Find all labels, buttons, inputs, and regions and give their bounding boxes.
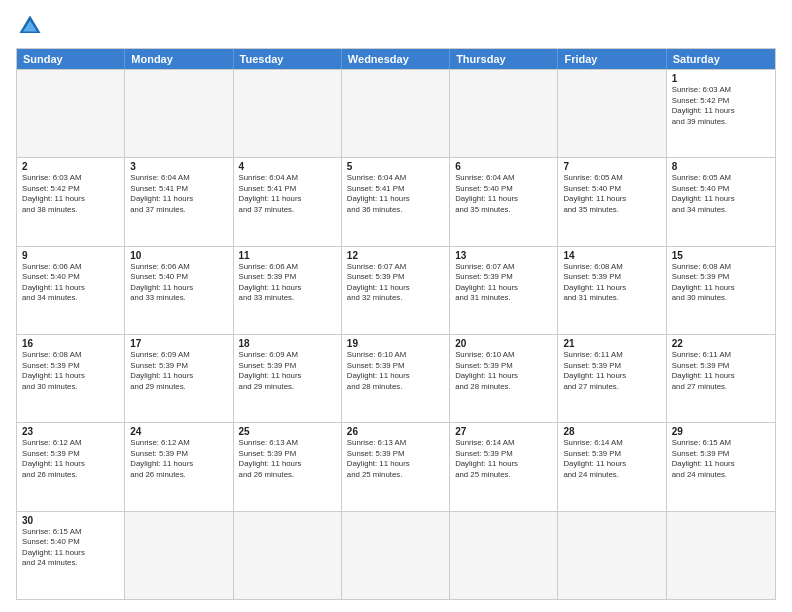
day-info: Sunrise: 6:08 AM Sunset: 5:39 PM Dayligh…	[22, 350, 119, 392]
day-number: 18	[239, 338, 336, 349]
calendar-day-header: Monday	[125, 49, 233, 69]
calendar-cell: 30Sunrise: 6:15 AM Sunset: 5:40 PM Dayli…	[17, 512, 125, 599]
calendar-cell: 18Sunrise: 6:09 AM Sunset: 5:39 PM Dayli…	[234, 335, 342, 422]
calendar-cell: 9Sunrise: 6:06 AM Sunset: 5:40 PM Daylig…	[17, 247, 125, 334]
day-info: Sunrise: 6:05 AM Sunset: 5:40 PM Dayligh…	[672, 173, 770, 215]
day-number: 5	[347, 161, 444, 172]
day-number: 21	[563, 338, 660, 349]
day-number: 14	[563, 250, 660, 261]
calendar-body: 1Sunrise: 6:03 AM Sunset: 5:42 PM Daylig…	[17, 69, 775, 599]
day-info: Sunrise: 6:04 AM Sunset: 5:41 PM Dayligh…	[347, 173, 444, 215]
day-number: 7	[563, 161, 660, 172]
calendar-cell: 2Sunrise: 6:03 AM Sunset: 5:42 PM Daylig…	[17, 158, 125, 245]
calendar-cell: 15Sunrise: 6:08 AM Sunset: 5:39 PM Dayli…	[667, 247, 775, 334]
calendar-cell	[558, 512, 666, 599]
calendar-cell	[450, 70, 558, 157]
day-info: Sunrise: 6:12 AM Sunset: 5:39 PM Dayligh…	[130, 438, 227, 480]
day-info: Sunrise: 6:07 AM Sunset: 5:39 PM Dayligh…	[347, 262, 444, 304]
day-number: 12	[347, 250, 444, 261]
logo-icon	[16, 12, 44, 40]
day-number: 2	[22, 161, 119, 172]
calendar-week-row: 1Sunrise: 6:03 AM Sunset: 5:42 PM Daylig…	[17, 69, 775, 157]
calendar-cell: 5Sunrise: 6:04 AM Sunset: 5:41 PM Daylig…	[342, 158, 450, 245]
calendar-day-header: Thursday	[450, 49, 558, 69]
calendar-cell: 16Sunrise: 6:08 AM Sunset: 5:39 PM Dayli…	[17, 335, 125, 422]
calendar-cell: 3Sunrise: 6:04 AM Sunset: 5:41 PM Daylig…	[125, 158, 233, 245]
calendar-header: SundayMondayTuesdayWednesdayThursdayFrid…	[17, 49, 775, 69]
calendar-cell: 4Sunrise: 6:04 AM Sunset: 5:41 PM Daylig…	[234, 158, 342, 245]
day-info: Sunrise: 6:10 AM Sunset: 5:39 PM Dayligh…	[347, 350, 444, 392]
calendar-week-row: 16Sunrise: 6:08 AM Sunset: 5:39 PM Dayli…	[17, 334, 775, 422]
calendar-week-row: 9Sunrise: 6:06 AM Sunset: 5:40 PM Daylig…	[17, 246, 775, 334]
calendar-cell	[558, 70, 666, 157]
day-number: 29	[672, 426, 770, 437]
day-number: 11	[239, 250, 336, 261]
day-number: 4	[239, 161, 336, 172]
calendar-cell	[125, 512, 233, 599]
day-number: 17	[130, 338, 227, 349]
day-number: 25	[239, 426, 336, 437]
day-number: 22	[672, 338, 770, 349]
page: SundayMondayTuesdayWednesdayThursdayFrid…	[0, 0, 792, 612]
day-info: Sunrise: 6:03 AM Sunset: 5:42 PM Dayligh…	[672, 85, 770, 127]
calendar-cell	[342, 512, 450, 599]
calendar-cell: 26Sunrise: 6:13 AM Sunset: 5:39 PM Dayli…	[342, 423, 450, 510]
day-number: 16	[22, 338, 119, 349]
calendar-cell: 12Sunrise: 6:07 AM Sunset: 5:39 PM Dayli…	[342, 247, 450, 334]
day-info: Sunrise: 6:05 AM Sunset: 5:40 PM Dayligh…	[563, 173, 660, 215]
day-info: Sunrise: 6:04 AM Sunset: 5:40 PM Dayligh…	[455, 173, 552, 215]
day-info: Sunrise: 6:15 AM Sunset: 5:39 PM Dayligh…	[672, 438, 770, 480]
calendar-day-header: Friday	[558, 49, 666, 69]
calendar-cell: 20Sunrise: 6:10 AM Sunset: 5:39 PM Dayli…	[450, 335, 558, 422]
calendar-day-header: Wednesday	[342, 49, 450, 69]
day-info: Sunrise: 6:13 AM Sunset: 5:39 PM Dayligh…	[347, 438, 444, 480]
calendar-cell: 8Sunrise: 6:05 AM Sunset: 5:40 PM Daylig…	[667, 158, 775, 245]
day-number: 1	[672, 73, 770, 84]
calendar-day-header: Saturday	[667, 49, 775, 69]
day-info: Sunrise: 6:12 AM Sunset: 5:39 PM Dayligh…	[22, 438, 119, 480]
day-number: 30	[22, 515, 119, 526]
day-info: Sunrise: 6:11 AM Sunset: 5:39 PM Dayligh…	[672, 350, 770, 392]
day-info: Sunrise: 6:14 AM Sunset: 5:39 PM Dayligh…	[455, 438, 552, 480]
calendar: SundayMondayTuesdayWednesdayThursdayFrid…	[16, 48, 776, 600]
calendar-cell: 25Sunrise: 6:13 AM Sunset: 5:39 PM Dayli…	[234, 423, 342, 510]
calendar-cell	[667, 512, 775, 599]
calendar-cell: 27Sunrise: 6:14 AM Sunset: 5:39 PM Dayli…	[450, 423, 558, 510]
day-number: 13	[455, 250, 552, 261]
calendar-cell: 10Sunrise: 6:06 AM Sunset: 5:40 PM Dayli…	[125, 247, 233, 334]
calendar-cell	[125, 70, 233, 157]
calendar-cell: 23Sunrise: 6:12 AM Sunset: 5:39 PM Dayli…	[17, 423, 125, 510]
day-info: Sunrise: 6:06 AM Sunset: 5:40 PM Dayligh…	[130, 262, 227, 304]
calendar-cell	[450, 512, 558, 599]
day-info: Sunrise: 6:06 AM Sunset: 5:39 PM Dayligh…	[239, 262, 336, 304]
calendar-cell: 11Sunrise: 6:06 AM Sunset: 5:39 PM Dayli…	[234, 247, 342, 334]
day-number: 10	[130, 250, 227, 261]
day-info: Sunrise: 6:15 AM Sunset: 5:40 PM Dayligh…	[22, 527, 119, 569]
calendar-cell: 6Sunrise: 6:04 AM Sunset: 5:40 PM Daylig…	[450, 158, 558, 245]
calendar-cell	[342, 70, 450, 157]
day-number: 26	[347, 426, 444, 437]
day-info: Sunrise: 6:08 AM Sunset: 5:39 PM Dayligh…	[672, 262, 770, 304]
calendar-cell	[234, 70, 342, 157]
day-info: Sunrise: 6:08 AM Sunset: 5:39 PM Dayligh…	[563, 262, 660, 304]
day-number: 23	[22, 426, 119, 437]
day-number: 8	[672, 161, 770, 172]
calendar-cell: 14Sunrise: 6:08 AM Sunset: 5:39 PM Dayli…	[558, 247, 666, 334]
day-info: Sunrise: 6:04 AM Sunset: 5:41 PM Dayligh…	[239, 173, 336, 215]
calendar-cell: 21Sunrise: 6:11 AM Sunset: 5:39 PM Dayli…	[558, 335, 666, 422]
calendar-week-row: 23Sunrise: 6:12 AM Sunset: 5:39 PM Dayli…	[17, 422, 775, 510]
header	[16, 12, 776, 40]
logo	[16, 12, 48, 40]
calendar-cell: 22Sunrise: 6:11 AM Sunset: 5:39 PM Dayli…	[667, 335, 775, 422]
day-number: 3	[130, 161, 227, 172]
day-number: 24	[130, 426, 227, 437]
calendar-day-header: Sunday	[17, 49, 125, 69]
day-info: Sunrise: 6:11 AM Sunset: 5:39 PM Dayligh…	[563, 350, 660, 392]
calendar-week-row: 30Sunrise: 6:15 AM Sunset: 5:40 PM Dayli…	[17, 511, 775, 599]
calendar-week-row: 2Sunrise: 6:03 AM Sunset: 5:42 PM Daylig…	[17, 157, 775, 245]
calendar-cell: 19Sunrise: 6:10 AM Sunset: 5:39 PM Dayli…	[342, 335, 450, 422]
calendar-cell: 24Sunrise: 6:12 AM Sunset: 5:39 PM Dayli…	[125, 423, 233, 510]
day-number: 28	[563, 426, 660, 437]
calendar-cell: 1Sunrise: 6:03 AM Sunset: 5:42 PM Daylig…	[667, 70, 775, 157]
calendar-cell: 13Sunrise: 6:07 AM Sunset: 5:39 PM Dayli…	[450, 247, 558, 334]
